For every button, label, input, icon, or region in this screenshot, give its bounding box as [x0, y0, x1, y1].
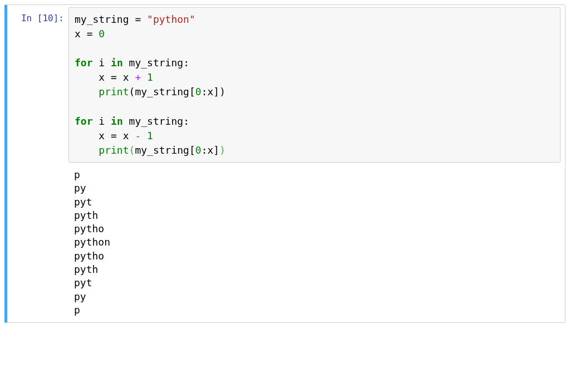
token-number: 0: [195, 86, 202, 97]
output-line: pyt: [74, 277, 92, 288]
token-space: [93, 57, 99, 68]
token-indent: [75, 86, 99, 97]
token-paren-highlight: (: [129, 144, 135, 156]
token-space: [141, 130, 147, 141]
token-keyword: for: [75, 115, 93, 127]
code-line-1: my_string = "python": [75, 13, 195, 25]
token-indent: [75, 71, 99, 83]
token-assign: =: [105, 130, 123, 141]
code-line-9: x = x - 1: [75, 130, 153, 141]
token-var: my_string: [135, 86, 189, 97]
prompt-label: In [10]:: [21, 13, 64, 23]
token-punc: [: [189, 144, 195, 156]
token-punc: ]: [213, 144, 219, 156]
output-line: p: [74, 304, 80, 316]
code-line-4: for i in my_string:: [75, 57, 189, 68]
token-var: my_string: [75, 13, 129, 25]
token-keyword: for: [75, 57, 93, 68]
token-space: [93, 115, 99, 127]
token-punc: (: [129, 86, 135, 97]
code-line-6: print(my_string[0:x]): [75, 86, 225, 97]
code-output: p py pyt pyth pytho python pytho pyth py…: [68, 163, 561, 320]
token-builtin: print: [99, 144, 129, 156]
token-indent: [75, 144, 99, 156]
output-line: pyt: [74, 196, 92, 208]
token-punc: [: [189, 86, 195, 97]
output-line: py: [74, 291, 86, 302]
code-line-10: print(my_string[0:x]): [75, 144, 225, 156]
token-space: [129, 130, 135, 141]
prompt-area: In [10]:: [7, 7, 68, 320]
output-line: pyth: [74, 209, 98, 221]
output-line: pytho: [74, 223, 104, 234]
code-line-8: for i in my_string:: [75, 115, 189, 127]
output-line: py: [74, 182, 86, 194]
output-line: python: [74, 236, 110, 248]
token-var: my_string: [135, 144, 189, 156]
token-var: x: [99, 130, 105, 141]
token-keyword: in: [111, 57, 123, 68]
token-var: my_string: [129, 57, 184, 68]
token-assign: =: [105, 71, 123, 83]
cell-content: my_string = "python" x = 0 for i in my_s…: [68, 7, 565, 320]
token-keyword: in: [111, 115, 123, 127]
token-number: 1: [147, 130, 153, 141]
output-line: pyth: [74, 263, 98, 275]
token-number: 1: [147, 71, 153, 83]
output-line: pytho: [74, 250, 104, 262]
token-punc: :: [183, 57, 189, 68]
token-space: [105, 115, 111, 127]
token-var: x: [207, 86, 213, 97]
token-punc: :: [202, 86, 208, 97]
token-var: my_string: [129, 115, 184, 127]
token-space: [105, 57, 111, 68]
token-number: 0: [99, 28, 105, 40]
token-var: x: [99, 71, 105, 83]
code-line-2: x = 0: [75, 28, 105, 40]
token-builtin: print: [99, 86, 129, 97]
token-var: x: [207, 144, 213, 156]
token-indent: [75, 130, 99, 141]
token-operator: -: [135, 130, 141, 141]
token-var: x: [123, 130, 129, 141]
token-assign: =: [129, 13, 148, 25]
token-paren-highlight: ): [219, 144, 225, 156]
token-space: [123, 115, 129, 127]
token-operator: +: [135, 71, 141, 83]
code-input[interactable]: my_string = "python" x = 0 for i in my_s…: [68, 7, 561, 163]
token-number: 0: [195, 144, 202, 156]
code-line-5: x = x + 1: [75, 71, 153, 83]
notebook-cell: In [10]: my_string = "python" x = 0 for …: [4, 4, 566, 323]
token-space: [141, 71, 147, 83]
token-var: x: [123, 71, 129, 83]
token-var: x: [75, 28, 81, 40]
token-assign: =: [81, 28, 99, 40]
token-punc: ]: [213, 86, 219, 97]
token-var: i: [99, 115, 105, 127]
token-space: [123, 57, 129, 68]
token-punc: :: [202, 144, 208, 156]
token-punc: ): [219, 86, 225, 97]
token-string: "python": [147, 13, 195, 25]
token-punc: :: [183, 115, 189, 127]
token-space: [129, 71, 135, 83]
token-var: i: [99, 57, 105, 68]
output-line: p: [74, 169, 80, 180]
